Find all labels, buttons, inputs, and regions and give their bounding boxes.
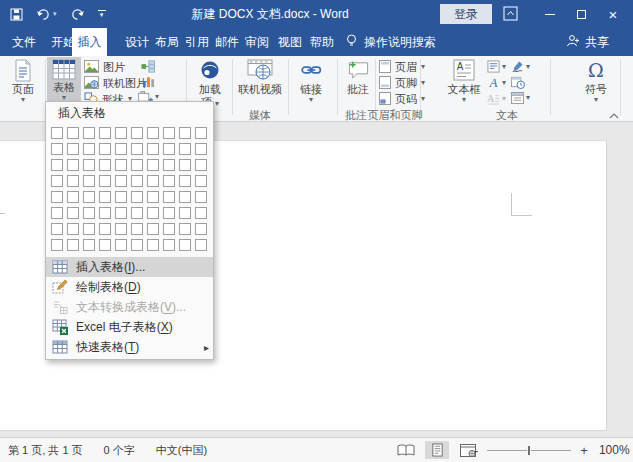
grid-cell[interactable] <box>67 175 79 187</box>
grid-cell[interactable] <box>131 143 143 155</box>
date-time-icon[interactable] <box>511 76 525 89</box>
grid-cell[interactable] <box>131 175 143 187</box>
grid-cell[interactable] <box>67 127 79 139</box>
grid-cell[interactable] <box>51 207 63 219</box>
grid-cell[interactable] <box>195 191 207 203</box>
grid-cell[interactable] <box>83 159 95 171</box>
grid-cell[interactable] <box>147 239 159 251</box>
grid-cell[interactable] <box>115 239 127 251</box>
grid-cell[interactable] <box>51 223 63 235</box>
grid-cell[interactable] <box>51 159 63 171</box>
grid-cell[interactable] <box>163 239 175 251</box>
grid-cell[interactable] <box>163 191 175 203</box>
grid-cell[interactable] <box>115 159 127 171</box>
grid-cell[interactable] <box>147 223 159 235</box>
grid-cell[interactable] <box>147 143 159 155</box>
grid-cell[interactable] <box>67 239 79 251</box>
grid-cell[interactable] <box>115 143 127 155</box>
grid-cell[interactable] <box>51 175 63 187</box>
grid-cell[interactable] <box>99 175 111 187</box>
grid-cell[interactable] <box>131 127 143 139</box>
links-button[interactable]: 链接 ▾ <box>291 57 331 104</box>
drop-cap-icon[interactable]: A ▾ <box>487 92 506 105</box>
grid-cell[interactable] <box>99 159 111 171</box>
grid-cell[interactable] <box>195 127 207 139</box>
grid-cell[interactable] <box>115 127 127 139</box>
menu-item-insert-table[interactable]: 插入表格(I)... <box>46 257 213 277</box>
grid-cell[interactable] <box>163 143 175 155</box>
zoom-slider[interactable] <box>487 450 571 451</box>
grid-cell[interactable] <box>51 191 63 203</box>
tab-view[interactable]: 视图 <box>272 28 308 56</box>
grid-cell[interactable] <box>51 239 63 251</box>
grid-cell[interactable] <box>83 127 95 139</box>
grid-cell[interactable] <box>67 223 79 235</box>
grid-cell[interactable] <box>163 207 175 219</box>
menu-item-draw-table[interactable]: 绘制表格(D) <box>46 277 213 297</box>
share-button[interactable]: 共享 <box>566 28 609 56</box>
picture-button[interactable]: 图片 <box>84 59 125 75</box>
grid-cell[interactable] <box>147 127 159 139</box>
grid-cell[interactable] <box>179 239 191 251</box>
grid-cell[interactable] <box>195 223 207 235</box>
maximize-button[interactable] <box>566 0 596 28</box>
grid-cell[interactable] <box>83 175 95 187</box>
signature-line-icon[interactable]: ▾ <box>511 60 530 73</box>
pages-button[interactable]: 页面 ▾ <box>2 57 44 104</box>
table-button[interactable]: 表格 ▾ <box>47 57 81 102</box>
grid-cell[interactable] <box>195 143 207 155</box>
chart-icon[interactable] <box>142 75 155 88</box>
grid-cell[interactable] <box>51 143 63 155</box>
grid-cell[interactable] <box>147 175 159 187</box>
grid-cell[interactable] <box>195 207 207 219</box>
tab-review[interactable]: 审阅 <box>239 28 275 56</box>
grid-cell[interactable] <box>99 191 111 203</box>
close-button[interactable]: × <box>598 0 628 28</box>
smartart-icon[interactable] <box>141 60 155 73</box>
grid-cell[interactable] <box>67 191 79 203</box>
page-info[interactable]: 第 1 页, 共 1 页 <box>8 443 83 458</box>
grid-cell[interactable] <box>67 159 79 171</box>
grid-cell[interactable] <box>67 143 79 155</box>
grid-cell[interactable] <box>115 207 127 219</box>
textbox-button[interactable]: A 文本框 ▾ <box>445 57 483 104</box>
grid-cell[interactable] <box>163 223 175 235</box>
grid-cell[interactable] <box>99 127 111 139</box>
redo-icon[interactable] <box>70 8 85 21</box>
menu-item-excel-spreadsheet[interactable]: Excel 电子表格(X) <box>46 317 213 337</box>
quick-parts-icon[interactable]: ▾ <box>487 60 506 73</box>
grid-cell[interactable] <box>51 127 63 139</box>
tab-file[interactable]: 文件 <box>4 28 44 56</box>
grid-cell[interactable] <box>195 239 207 251</box>
minimize-button[interactable] <box>535 0 565 28</box>
online-video-button[interactable]: 联机视频 <box>235 57 285 96</box>
grid-cell[interactable] <box>83 143 95 155</box>
grid-cell[interactable] <box>99 223 111 235</box>
menu-item-quick-tables[interactable]: 快速表格(T) ▸ <box>46 337 213 357</box>
tab-help[interactable]: 帮助 <box>304 28 340 56</box>
object-icon[interactable]: ▾ <box>511 92 530 104</box>
grid-cell[interactable] <box>147 159 159 171</box>
grid-cell[interactable] <box>163 175 175 187</box>
tellme-search[interactable]: 操作说明搜索 <box>346 28 436 56</box>
zoom-slider-thumb[interactable] <box>527 445 531 456</box>
grid-cell[interactable] <box>83 239 95 251</box>
grid-cell[interactable] <box>163 159 175 171</box>
word-count[interactable]: 0 个字 <box>104 443 135 458</box>
grid-cell[interactable] <box>99 239 111 251</box>
page-number-button[interactable]: 页码 ▾ <box>379 91 425 107</box>
grid-cell[interactable] <box>83 223 95 235</box>
grid-cell[interactable] <box>131 223 143 235</box>
grid-cell[interactable] <box>131 207 143 219</box>
zoom-out-button[interactable]: - <box>474 443 478 458</box>
zoom-level[interactable]: 100% <box>599 443 630 457</box>
comment-button[interactable]: 批注 <box>340 57 376 96</box>
wordart-icon[interactable]: A ▾ <box>487 76 506 89</box>
read-mode-button[interactable] <box>394 441 418 459</box>
undo-icon[interactable]: ▾ <box>36 8 57 21</box>
print-layout-button[interactable] <box>425 441 449 459</box>
ribbon-display-options-icon[interactable] <box>503 6 518 25</box>
grid-cell[interactable] <box>179 207 191 219</box>
grid-cell[interactable] <box>179 127 191 139</box>
online-picture-button[interactable]: 联机图片 <box>84 75 147 91</box>
